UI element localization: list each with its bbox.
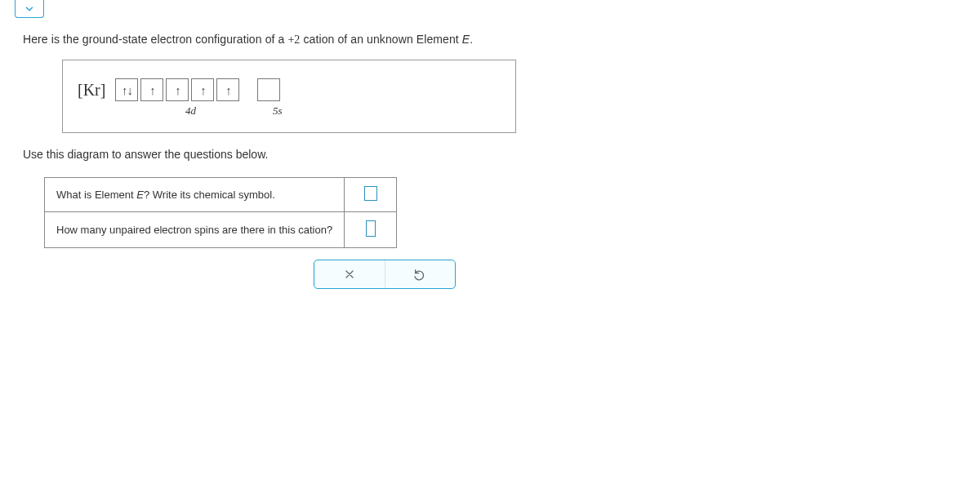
answer-input-symbol[interactable] [364, 186, 377, 201]
reset-button[interactable] [385, 260, 456, 288]
collapse-toggle[interactable] [15, 0, 44, 18]
question-table: What is Element E? Write its chemical sy… [44, 177, 397, 248]
answer-cell[interactable] [345, 212, 397, 248]
clear-button[interactable] [314, 260, 385, 288]
instruction-text: Use this diagram to answer the questions… [23, 148, 957, 161]
question-cell: How many unpaired electron spins are the… [45, 212, 345, 248]
table-row: How many unpaired electron spins are the… [45, 212, 397, 248]
noble-gas-core: [Kr] [78, 81, 105, 100]
orbital-box: ↑ [166, 78, 189, 101]
question-cell: What is Element E? Write its chemical sy… [45, 178, 345, 212]
orbital-group-5s [257, 78, 280, 101]
orbital-box: ↑↓ [115, 78, 138, 101]
orbital-box [257, 78, 280, 101]
electron-config-diagram: [Kr] ↑↓ ↑ ↑ ↑ ↑ 4d 5s [62, 60, 516, 133]
answer-input-count[interactable] [366, 220, 376, 237]
orbital-box: ↑ [216, 78, 239, 101]
subshell-label-5s: 5s [273, 104, 283, 118]
answer-cell[interactable] [345, 178, 397, 212]
subshell-label-4d: 4d [185, 104, 196, 118]
table-row: What is Element E? Write its chemical sy… [45, 178, 397, 212]
orbital-group-4d: ↑↓ ↑ ↑ ↑ ↑ [115, 78, 239, 101]
undo-icon [413, 268, 426, 281]
orbital-box: ↑ [140, 78, 163, 101]
intro-text: Here is the ground-state electron config… [23, 33, 957, 47]
chevron-down-icon [24, 3, 35, 15]
close-icon [343, 268, 356, 281]
action-bar [314, 260, 456, 289]
orbital-box: ↑ [191, 78, 214, 101]
